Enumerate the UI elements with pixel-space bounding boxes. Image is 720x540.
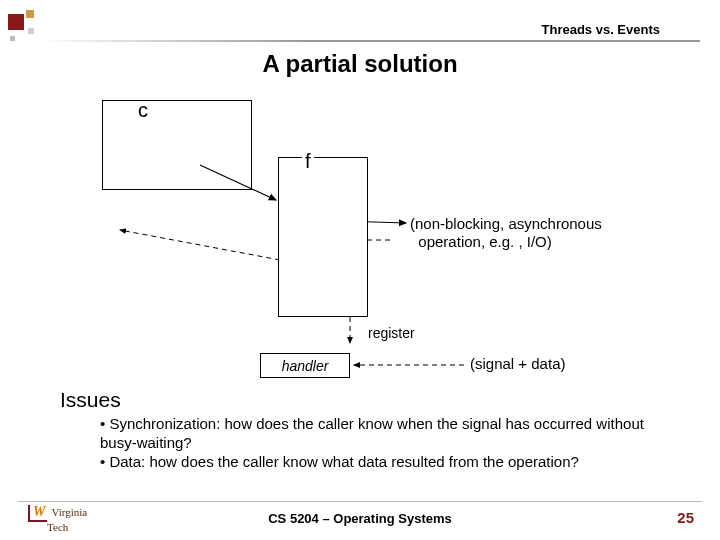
issues-bullet-1: • Synchronization: how does the caller k… [100,415,660,453]
issues-heading: Issues [60,388,121,412]
footer-rule [18,501,702,502]
box-handler: handler [260,353,350,378]
slide-title: A partial solution [0,50,720,78]
box-f [278,157,368,317]
note-signal: (signal + data) [470,355,565,372]
note-async-l1: (non-blocking, asynchronous [410,215,602,232]
label-register: register [368,325,415,341]
note-async: (non-blocking, asynchronous operation, e… [410,215,602,251]
box-c: c [102,100,252,190]
header-rule [40,40,700,42]
issues-bullet-2: • Data: how does the caller know what da… [100,453,660,472]
diagram-area: c f (non-blocking, asynchronous operatio… [90,95,630,395]
svg-line-5 [120,230,280,260]
footer-page-number: 25 [677,509,694,526]
header-topic: Threads vs. Events [542,22,661,37]
footer-course: CS 5204 – Operating Systems [0,511,720,526]
label-f: f [302,150,314,173]
note-async-l2: operation, e.g. , I/O) [418,233,551,250]
label-c: c [138,99,148,122]
issues-list: • Synchronization: how does the caller k… [100,415,660,471]
label-handler: handler [282,358,329,374]
